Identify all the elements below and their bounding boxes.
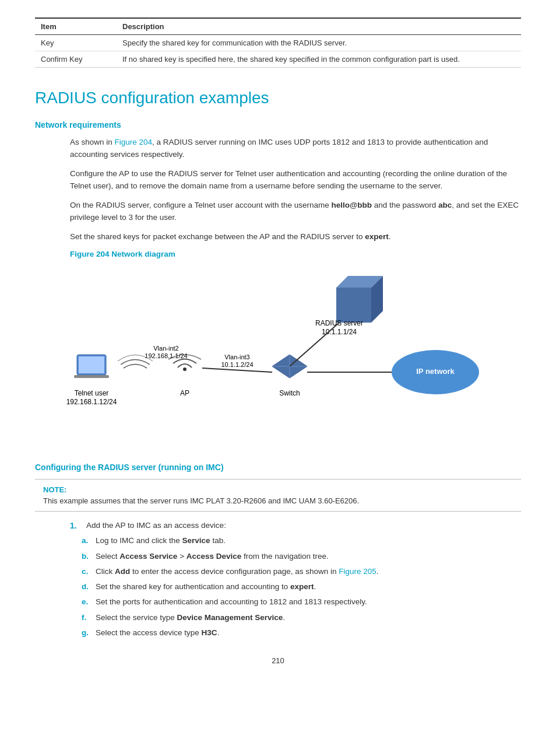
svg-rect-8 [79,356,104,373]
network-diagram: RADIUS server 10.1.1.1/24 Switch AP Vlan… [35,264,521,445]
table-cell-description: Specify the shared key for communication… [117,35,521,51]
substep-c-text: Click Add to enter the access device con… [96,566,379,578]
step-1-number: 1. [70,521,83,530]
figure-label: Figure 204 Network diagram [70,250,521,258]
substep-g-text: Select the access device type H3C. [96,627,219,639]
vlan-int3-ip: 10.1.1.2/24 [221,361,253,368]
ap-label: AP [180,389,189,397]
figure-205-link[interactable]: Figure 205 [339,567,376,576]
note-label: NOTE: [43,485,513,494]
wave2 [121,360,150,365]
section-title: RADIUS configuration examples [35,89,521,107]
vlan-int2-ip: 192.168.1.1/24 [145,352,187,359]
paragraph-3: On the RADIUS server, configure a Telnet… [70,200,521,224]
steps-list: 1. Add the AP to IMC as an access device… [70,521,521,639]
substep-b: b. Select Access Service > Access Device… [82,551,521,562]
substep-e: e. Set the ports for authentication and … [82,596,521,608]
svg-marker-0 [336,288,371,323]
substep-list: a. Log to IMC and click the Service tab.… [82,535,521,639]
line-radius-switch [290,323,339,366]
paragraph-4: Set the shared keys for packet exchange … [70,231,521,243]
substep-c: c. Click Add to enter the access device … [82,566,521,578]
table-row: Confirm Key If no shared key is specifie… [35,51,521,68]
substep-c-letter: c. [82,566,92,578]
substep-a-letter: a. [82,535,92,547]
table-cell-item: Confirm Key [35,51,117,68]
table-cell-item: Key [35,35,117,51]
telnet-user-icon [74,355,109,378]
svg-point-6 [183,368,186,371]
table-cell-description: If no shared key is specified here, the … [117,51,521,68]
note-text: This example assumes that the server run… [43,496,513,505]
switch-label: Switch [279,389,300,397]
table-header-description: Description [117,18,521,35]
substep-f-text: Select the service type Device Managemen… [96,612,285,624]
subsection-configuring: Configuring the RADIUS server (running o… [35,463,521,472]
substep-g-letter: g. [82,627,92,639]
substep-d-text: Set the shared key for authentication an… [96,581,316,593]
ip-network-label: IP network [416,367,455,376]
step-1-text: Add the AP to IMC as an access device: [86,521,226,530]
substep-e-letter: e. [82,596,92,608]
paragraph-1: As shown in Figure 204, a RADIUS server … [70,136,521,161]
substep-g: g. Select the access device type H3C. [82,627,521,639]
line-ap-switch [202,368,272,372]
vlan-int2-label: Vlan-int2 [153,345,178,352]
radius-server-icon [336,276,383,323]
substep-f: f. Select the service type Device Manage… [82,612,521,624]
paragraph-2: Configure the AP to use the RADIUS serve… [70,168,521,192]
table-row: Key Specify the shared key for communica… [35,35,521,51]
substep-d: d. Set the shared key for authentication… [82,581,521,593]
step-1: 1. Add the AP to IMC as an access device… [70,521,521,530]
page-number: 210 [35,656,521,665]
substep-d-letter: d. [82,581,92,593]
wave1 [124,365,147,369]
substep-a-text: Log to IMC and click the Service tab. [96,535,226,547]
radius-server-ip: 10.1.1.1/24 [322,328,357,336]
telnet-user-label: Telnet user [75,389,109,397]
substep-a: a. Log to IMC and click the Service tab. [82,535,521,547]
substep-e-text: Set the ports for authentication and acc… [96,596,367,608]
subsection-network-requirements: Network requirements [35,120,521,130]
note-box: NOTE: This example assumes that the serv… [35,479,521,512]
substep-b-text: Select Access Service > Access Device fr… [96,551,329,562]
key-table: Item Description Key Specify the shared … [35,18,521,68]
telnet-user-ip: 192.168.1.12/24 [66,398,117,406]
figure-204-link[interactable]: Figure 204 [115,138,153,146]
svg-rect-9 [74,375,109,378]
substep-b-letter: b. [82,551,92,562]
diagram-svg: RADIUS server 10.1.1.1/24 Switch AP Vlan… [39,264,517,445]
substep-f-letter: f. [82,612,92,624]
vlan-int3-label: Vlan-int3 [224,354,249,360]
table-header-item: Item [35,18,117,35]
